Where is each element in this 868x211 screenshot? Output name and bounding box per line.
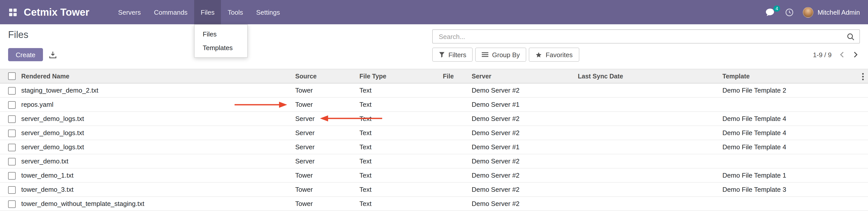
cell-server[interactable]: Demo Server #2 xyxy=(469,168,575,182)
table-row[interactable]: server_demo_logs.txt Server Text Demo Se… xyxy=(0,140,868,154)
cell-rendered-name[interactable]: tower_demo_3.txt xyxy=(18,182,292,197)
table-row[interactable]: server_demo_logs.txt Server Text Demo Se… xyxy=(0,126,868,140)
cell-source[interactable]: Tower xyxy=(292,197,356,211)
row-checkbox[interactable] xyxy=(8,158,16,165)
table-row[interactable]: server_demo.txt Server Text Demo Server … xyxy=(0,154,868,168)
cell-last-sync-date[interactable] xyxy=(575,168,719,182)
group-by-button[interactable]: Group By xyxy=(475,48,527,62)
cell-template[interactable]: Demo File Template 4 xyxy=(719,112,868,126)
cell-source[interactable]: Tower xyxy=(292,182,356,197)
pager-next-button[interactable] xyxy=(852,51,860,59)
apps-menu-button[interactable] xyxy=(7,0,19,24)
cell-server[interactable]: Demo Server #2 xyxy=(469,126,575,140)
cell-last-sync-date[interactable] xyxy=(575,140,719,154)
cell-server[interactable]: Demo Server #1 xyxy=(469,97,575,112)
cell-source[interactable]: Server xyxy=(292,126,356,140)
cell-last-sync-date[interactable] xyxy=(575,197,719,211)
filters-button[interactable]: Filters xyxy=(432,48,473,62)
nav-item-files[interactable]: Files xyxy=(194,0,221,24)
cell-file[interactable] xyxy=(440,112,469,126)
cell-source[interactable]: Tower xyxy=(292,168,356,182)
activities-button[interactable] xyxy=(784,7,795,18)
cell-file[interactable] xyxy=(440,182,469,197)
cell-source[interactable]: Server xyxy=(292,154,356,168)
cell-template[interactable]: Demo File Template 1 xyxy=(719,168,868,182)
table-row[interactable]: staging_tower_demo_2.txt Tower Text Demo… xyxy=(0,83,868,97)
cell-file-type[interactable]: Text xyxy=(356,154,440,168)
cell-file-type[interactable]: Text xyxy=(356,197,440,211)
messages-button[interactable]: 4 xyxy=(764,7,776,18)
cell-server[interactable]: Demo Server #2 xyxy=(469,197,575,211)
column-header-source[interactable]: Source xyxy=(292,69,356,83)
search-icon[interactable] xyxy=(847,33,854,40)
cell-template[interactable] xyxy=(719,97,868,112)
cell-file-type[interactable]: Text xyxy=(356,97,440,112)
cell-last-sync-date[interactable] xyxy=(575,112,719,126)
cell-file[interactable] xyxy=(440,197,469,211)
table-row[interactable]: tower_demo_1.txt Tower Text Demo Server … xyxy=(0,168,868,182)
cell-file[interactable] xyxy=(440,140,469,154)
cell-source[interactable]: Tower xyxy=(292,83,356,97)
cell-server[interactable]: Demo Server #2 xyxy=(469,83,575,97)
pager-previous-button[interactable] xyxy=(838,51,846,59)
dropdown-item-files[interactable]: Files xyxy=(195,27,247,41)
cell-last-sync-date[interactable] xyxy=(575,182,719,197)
cell-file-type[interactable]: Text xyxy=(356,182,440,197)
cell-rendered-name[interactable]: repos.yaml xyxy=(18,97,292,112)
create-button[interactable]: Create xyxy=(8,48,43,61)
app-brand[interactable]: Cetmix Tower xyxy=(24,0,89,24)
row-checkbox[interactable] xyxy=(8,200,16,208)
cell-server[interactable]: Demo Server #2 xyxy=(469,154,575,168)
cell-file-type[interactable]: Text xyxy=(356,83,440,97)
cell-template[interactable] xyxy=(719,154,868,168)
cell-rendered-name[interactable]: server_demo_logs.txt xyxy=(18,112,292,126)
cell-source[interactable]: Server xyxy=(292,112,356,126)
column-header-last-sync-date[interactable]: Last Sync Date xyxy=(575,69,719,83)
column-header-rendered-name[interactable]: Rendered Name xyxy=(18,69,292,83)
cell-template[interactable]: Demo File Template 4 xyxy=(719,140,868,154)
cell-last-sync-date[interactable] xyxy=(575,126,719,140)
row-checkbox[interactable] xyxy=(8,144,16,151)
cell-file-type[interactable]: Text xyxy=(356,126,440,140)
column-header-server[interactable]: Server xyxy=(469,69,575,83)
cell-template[interactable]: Demo File Template 2 xyxy=(719,83,868,97)
cell-template[interactable]: Demo File Template 4 xyxy=(719,126,868,140)
row-checkbox[interactable] xyxy=(8,186,16,193)
cell-file-type[interactable]: Text xyxy=(356,168,440,182)
cell-last-sync-date[interactable] xyxy=(575,97,719,112)
dropdown-item-templates[interactable]: Templates xyxy=(195,41,247,55)
column-header-file-type[interactable]: File Type xyxy=(356,69,440,83)
cell-rendered-name[interactable]: tower_demo_1.txt xyxy=(18,168,292,182)
cell-template[interactable]: Demo File Template 3 xyxy=(719,182,868,197)
select-all-checkbox[interactable] xyxy=(8,72,16,80)
cell-file[interactable] xyxy=(440,168,469,182)
table-row[interactable]: repos.yaml Tower Text Demo Server #1 xyxy=(0,97,868,112)
cell-file-type[interactable]: Text xyxy=(356,140,440,154)
row-checkbox[interactable] xyxy=(8,129,16,137)
favorites-button[interactable]: Favorites xyxy=(529,48,579,62)
column-header-file[interactable]: File xyxy=(440,69,469,83)
cell-file[interactable] xyxy=(440,97,469,112)
nav-item-commands[interactable]: Commands xyxy=(147,0,194,24)
user-menu-button[interactable]: Mitchell Admin xyxy=(803,7,860,18)
cell-server[interactable]: Demo Server #1 xyxy=(469,140,575,154)
cell-rendered-name[interactable]: staging_tower_demo_2.txt xyxy=(18,83,292,97)
column-options-button[interactable] xyxy=(860,72,866,82)
row-checkbox[interactable] xyxy=(8,87,16,94)
cell-file-type[interactable]: Text xyxy=(356,112,440,126)
cell-rendered-name[interactable]: server_demo_logs.txt xyxy=(18,140,292,154)
cell-file[interactable] xyxy=(440,154,469,168)
row-checkbox[interactable] xyxy=(8,101,16,109)
nav-item-servers[interactable]: Servers xyxy=(112,0,147,24)
cell-file[interactable] xyxy=(440,126,469,140)
row-checkbox[interactable] xyxy=(8,115,16,123)
cell-rendered-name[interactable]: tower_demo_without_template_staging.txt xyxy=(18,197,292,211)
cell-server[interactable]: Demo Server #2 xyxy=(469,112,575,126)
cell-source[interactable]: Server xyxy=(292,140,356,154)
nav-item-tools[interactable]: Tools xyxy=(221,0,250,24)
nav-item-settings[interactable]: Settings xyxy=(250,0,287,24)
table-row[interactable]: tower_demo_without_template_staging.txt … xyxy=(0,197,868,211)
cell-server[interactable]: Demo Server #2 xyxy=(469,182,575,197)
table-row[interactable]: tower_demo_3.txt Tower Text Demo Server … xyxy=(0,182,868,197)
cell-last-sync-date[interactable] xyxy=(575,154,719,168)
